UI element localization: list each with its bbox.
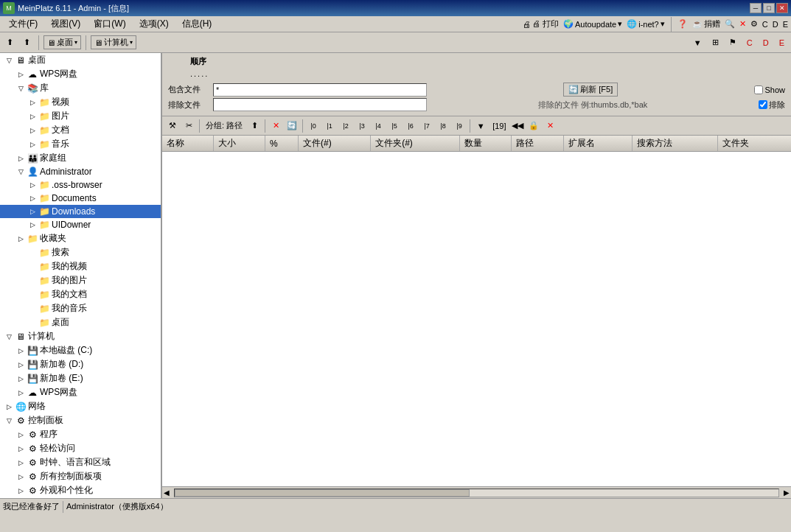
tool-btn-1[interactable]: ⚒: [165, 119, 180, 133]
expander-programs[interactable]: ▷: [15, 429, 27, 441]
icon-view-btn[interactable]: ⊞: [708, 35, 722, 49]
sidebar-item-diskd[interactable]: ▷ 💾 新加卷 (D:): [0, 357, 161, 371]
sidebar-item-documents2[interactable]: ▷ 📁 Documents: [0, 192, 161, 205]
sidebar-item-network[interactable]: ▷ 🌐 网络: [0, 399, 161, 413]
sidebar-item-library[interactable]: ▽ 📚 库: [0, 81, 161, 95]
flag-btn[interactable]: ⚑: [725, 35, 740, 49]
expander-diske[interactable]: ▷: [15, 373, 27, 385]
col-files[interactable]: 文件(#): [299, 136, 371, 152]
sidebar-item-mydocs[interactable]: 📁 我的文档: [0, 287, 161, 301]
sidebar-item-docs[interactable]: ▷ 📁 文档: [0, 123, 161, 137]
exclude-input[interactable]: [213, 98, 427, 111]
view-options-btn[interactable]: ▼: [690, 36, 705, 49]
desktop-dropdown[interactable]: 🖥 桌面 ▾: [43, 35, 81, 49]
expander-control[interactable]: ▽: [3, 415, 15, 427]
expander-family[interactable]: ▷: [15, 153, 27, 164]
expander-myvideo[interactable]: [27, 261, 38, 273]
expander-mydesktop[interactable]: [27, 317, 38, 329]
expander-mymusic[interactable]: [27, 303, 38, 315]
show-checkbox[interactable]: [754, 85, 763, 94]
tool-btn-2[interactable]: ✂: [181, 119, 196, 133]
sidebar-item-desktop[interactable]: ▽ 🖥 桌面: [0, 53, 161, 67]
sidebar-item-images[interactable]: ▷ 📁 图片: [0, 109, 161, 123]
refresh-toolbar-btn[interactable]: 🔄: [285, 119, 299, 133]
num-btn-7[interactable]: |7: [419, 119, 434, 133]
search-menu-button[interactable]: 🔍: [725, 19, 735, 29]
expander-wps[interactable]: ▷: [15, 69, 27, 80]
inet-button[interactable]: 🌐 i-net? ▾: [627, 19, 665, 29]
sidebar-item-favorites[interactable]: ▷ 📁 收藏夹: [0, 231, 161, 245]
expander-favorites[interactable]: ▷: [15, 233, 27, 245]
num-btn-2[interactable]: |2: [338, 119, 353, 133]
shortcut-c-btn[interactable]: C: [743, 36, 756, 49]
expander-network[interactable]: ▷: [3, 401, 15, 413]
exclude-checkbox[interactable]: [759, 100, 767, 109]
sidebar-item-wpsdisk[interactable]: ▷ ☁ WPS网盘: [0, 385, 161, 399]
computer-dropdown[interactable]: 🖥 计算机 ▾: [91, 35, 136, 49]
settings-button[interactable]: ⚙: [750, 19, 758, 29]
c-button[interactable]: C: [762, 20, 768, 29]
sidebar-item-diske[interactable]: ▷ 💾 新加卷 (E:): [0, 371, 161, 385]
sidebar-item-netinternet[interactable]: ▷ ⚙ 网络和 Internet: [0, 497, 161, 498]
num-btn-8[interactable]: |8: [436, 119, 450, 133]
close-content-btn[interactable]: ✕: [543, 119, 557, 133]
sidebar-item-mymusic[interactable]: 📁 我的音乐: [0, 301, 161, 315]
inet-dropdown-arrow[interactable]: ▾: [661, 19, 665, 29]
col-folder[interactable]: 文件夹: [717, 136, 791, 152]
expander-desktop[interactable]: ▽: [3, 55, 15, 66]
sidebar-item-admin[interactable]: ▽ 👤 Administrator: [0, 165, 161, 178]
num-btn-5[interactable]: |5: [387, 119, 402, 133]
d-button[interactable]: D: [773, 20, 778, 29]
col-folders[interactable]: 文件夹(#): [371, 136, 460, 152]
col-size[interactable]: 大小: [213, 136, 265, 152]
hscroll-right-btn[interactable]: ▶: [782, 489, 791, 497]
sidebar-item-family[interactable]: ▷ 👪 家庭组: [0, 151, 161, 165]
sidebar-item-mydesktop[interactable]: 📁 桌面: [0, 315, 161, 329]
menu-file[interactable]: 文件(F): [3, 16, 43, 32]
sidebar-item-search[interactable]: 📁 搜索: [0, 245, 161, 259]
expander-search[interactable]: [27, 247, 38, 259]
expander-clock[interactable]: ▷: [15, 457, 27, 469]
menu-window[interactable]: 窗口(W): [88, 16, 131, 32]
expander-library[interactable]: ▽: [15, 83, 27, 94]
sidebar-item-easyaccess[interactable]: ▷ ⚙ 轻松访问: [0, 441, 161, 455]
expander-docs[interactable]: ▷: [27, 125, 38, 136]
num-btn-1[interactable]: |1: [322, 119, 337, 133]
col-ext[interactable]: 扩展名: [563, 136, 632, 152]
expander-allctrl[interactable]: ▷: [15, 471, 27, 483]
close-button[interactable]: ✕: [776, 3, 788, 13]
num-btn-9[interactable]: |9: [452, 119, 467, 133]
col-name[interactable]: 名称: [162, 136, 213, 152]
expander-easyaccess[interactable]: ▷: [15, 443, 27, 455]
hscroll-thumb[interactable]: [175, 489, 470, 497]
sidebar-item-downloads[interactable]: ▷ 📁 Downloads: [0, 205, 161, 218]
sidebar-item-control[interactable]: ▽ ⚙ 控制面板: [0, 413, 161, 427]
sidebar-item-uidowner[interactable]: ▷ 📁 UIDowner: [0, 218, 161, 231]
sidebar-item-music[interactable]: ▷ 📁 音乐: [0, 137, 161, 151]
delete-btn[interactable]: ✕: [268, 119, 283, 133]
expander-diskc[interactable]: ▷: [15, 345, 27, 357]
lock-btn[interactable]: 🔒: [526, 119, 541, 133]
donate-button[interactable]: ☕ 捐赠: [692, 18, 720, 29]
expander-uidowner[interactable]: ▷: [27, 219, 38, 231]
menu-options[interactable]: 选项(X): [133, 16, 175, 32]
num-btn-0[interactable]: |0: [306, 119, 321, 133]
hscroll-left-btn[interactable]: ◀: [162, 489, 171, 497]
sidebar-item-oss[interactable]: ▷ 📁 .oss-browser: [0, 178, 161, 192]
expander-diskd[interactable]: ▷: [15, 359, 27, 371]
autoupdate-dropdown-arrow[interactable]: ▾: [618, 19, 622, 29]
group-expand-btn[interactable]: ⬆: [247, 119, 262, 133]
sidebar-item-computer[interactable]: ▽ 🖥 计算机: [0, 329, 161, 343]
back-forward-btn[interactable]: ⬆: [3, 35, 17, 49]
sort-btn[interactable]: ▼: [473, 119, 488, 133]
help-button[interactable]: ❓: [677, 19, 688, 29]
sidebar-item-clock[interactable]: ▷ ⚙ 时钟、语言和区域: [0, 455, 161, 469]
num-btn-4[interactable]: |4: [371, 119, 386, 133]
sidebar-item-video[interactable]: ▷ 📁 视频: [0, 95, 161, 109]
stop-button[interactable]: ✕: [739, 19, 746, 29]
expander-oss[interactable]: ▷: [27, 179, 38, 191]
sidebar-item-programs[interactable]: ▷ ⚙ 程序: [0, 427, 161, 441]
sidebar-item-allctrl[interactable]: ▷ ⚙ 所有控制面板项: [0, 469, 161, 483]
include-input[interactable]: [213, 83, 427, 97]
print-button[interactable]: 🖨 🖨 打印: [523, 18, 559, 29]
